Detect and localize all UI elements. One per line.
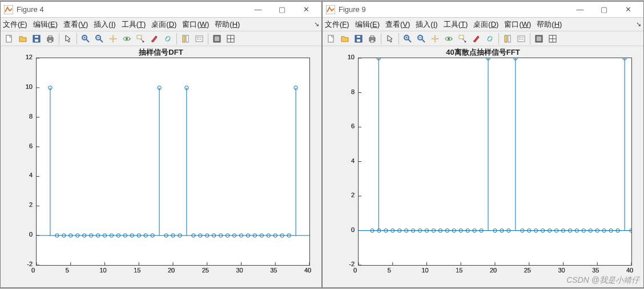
y-tick-label: 12 (26, 54, 33, 60)
svg-point-142 (448, 38, 450, 40)
menu-item[interactable]: 插入(I) (416, 19, 437, 30)
svg-rect-23 (196, 36, 203, 42)
svg-point-15 (112, 38, 114, 40)
menubar-overflow-icon[interactable]: ↘ (314, 21, 319, 28)
menu-item[interactable]: 插入(I) (94, 19, 115, 30)
x-tick-label: 35 (592, 267, 599, 274)
plot-title: 抽样信号DFT (1, 47, 321, 58)
menu-item[interactable]: 帮助(H) (537, 19, 562, 30)
colorbar-icon[interactable] (179, 32, 192, 45)
layout-icon[interactable] (546, 32, 559, 45)
axes[interactable] (36, 58, 310, 266)
menu-item[interactable]: 编辑(E) (355, 19, 380, 30)
menu-item[interactable]: 编辑(E) (33, 19, 58, 30)
menu-item[interactable]: 查看(V) (63, 19, 88, 30)
open-file-icon[interactable] (339, 32, 351, 45)
menubar: 文件(F)编辑(E)查看(V)插入(I)工具(T)桌面(D)窗口(W)帮助(H)… (323, 18, 643, 31)
zoom-out-icon[interactable] (415, 32, 428, 45)
rotate3d-icon[interactable] (120, 32, 133, 45)
dock-icon[interactable] (211, 32, 223, 45)
link-plot-icon[interactable] (484, 32, 496, 45)
svg-rect-21 (183, 35, 185, 42)
pointer-icon[interactable] (384, 32, 396, 45)
svg-rect-6 (49, 36, 52, 38)
toolbar-separator (498, 33, 499, 44)
titlebar[interactable]: Figure 4 — ▢ ✕ (1, 2, 321, 18)
toolbar (323, 31, 643, 46)
dock-icon[interactable] (533, 32, 545, 45)
watermark: CSDN @我是小靖仔 (566, 275, 639, 286)
svg-rect-132 (371, 40, 374, 42)
svg-point-140 (434, 38, 436, 40)
matlab-figure-icon (326, 5, 335, 14)
close-button[interactable]: ✕ (294, 2, 318, 18)
x-tick-label: 0 (353, 267, 357, 274)
y-tick-label: 4 (351, 157, 355, 164)
pan-icon[interactable] (429, 32, 441, 45)
save-icon[interactable] (30, 32, 43, 45)
legend-icon[interactable] (515, 32, 528, 45)
figure-window-4: Figure 4 — ▢ ✕ 文件(F)编辑(E)查看(V)插入(I)工具(T)… (0, 1, 322, 288)
menu-item[interactable]: 桌面(D) (473, 19, 498, 30)
minimize-button[interactable]: — (568, 2, 592, 18)
titlebar[interactable]: Figure 9 — ▢ ✕ (323, 2, 643, 18)
menu-item[interactable]: 帮助(H) (215, 19, 240, 30)
maximize-button[interactable]: ▢ (270, 2, 294, 18)
svg-rect-143 (459, 35, 464, 39)
menu-item[interactable]: 文件(F) (3, 19, 27, 30)
svg-rect-1 (6, 35, 11, 42)
menu-item[interactable]: 工具(T) (122, 19, 146, 30)
x-tick-label: 25 (202, 267, 209, 274)
toolbar-separator (77, 33, 77, 44)
svg-rect-4 (35, 36, 38, 38)
svg-rect-7 (49, 40, 52, 42)
axes[interactable] (358, 58, 632, 266)
plot-area: 40离散点抽样信号FFT 0510152025303540-2024681005… (323, 46, 643, 287)
rotate3d-icon[interactable] (442, 32, 455, 45)
menu-item[interactable]: 桌面(D) (151, 19, 176, 30)
layout-icon[interactable] (224, 32, 237, 45)
menu-item[interactable]: 工具(T) (444, 19, 468, 30)
menu-item[interactable]: 窗口(W) (504, 19, 531, 30)
zoom-out-icon[interactable] (93, 32, 106, 45)
svg-rect-154 (537, 36, 541, 41)
print-icon[interactable] (44, 32, 57, 45)
svg-rect-29 (215, 36, 219, 41)
svg-rect-126 (328, 35, 333, 42)
plot-area: 抽样信号DFT 0510152025303540-202468101205101… (1, 46, 321, 287)
close-button[interactable]: ✕ (616, 2, 640, 18)
zoom-in-icon[interactable] (401, 32, 414, 45)
link-plot-icon[interactable] (162, 32, 174, 45)
legend-icon[interactable] (193, 32, 206, 45)
colorbar-icon[interactable] (501, 32, 514, 45)
y-tick-label: 8 (29, 113, 33, 120)
y-tick-label: 10 (26, 83, 33, 90)
new-file-icon[interactable] (325, 32, 337, 45)
brush-icon[interactable] (148, 32, 160, 45)
y-tick-label: 0 (29, 231, 33, 238)
menubar-overflow-icon[interactable]: ↘ (636, 21, 641, 28)
save-icon[interactable] (352, 32, 365, 45)
zoom-in-icon[interactable] (79, 32, 92, 45)
menu-item[interactable]: 窗口(W) (182, 19, 209, 30)
y-tick-label: -2 (27, 260, 33, 267)
pointer-icon[interactable] (62, 32, 74, 45)
maximize-button[interactable]: ▢ (592, 2, 616, 18)
pan-icon[interactable] (107, 32, 119, 45)
y-tick-label: 2 (29, 201, 33, 208)
data-cursor-icon[interactable] (456, 32, 469, 45)
x-tick-label: 15 (456, 267, 462, 274)
new-file-icon[interactable] (3, 32, 15, 45)
minimize-button[interactable]: — (246, 2, 270, 18)
open-file-icon[interactable] (17, 32, 29, 45)
menu-item[interactable]: 文件(F) (325, 19, 349, 30)
y-tick-label: 0 (351, 226, 355, 233)
x-tick-label: 20 (168, 267, 175, 274)
svg-rect-3 (35, 39, 38, 42)
menu-item[interactable]: 查看(V) (385, 19, 410, 30)
toolbar (1, 31, 321, 46)
brush-icon[interactable] (470, 32, 482, 45)
data-cursor-icon[interactable] (134, 32, 147, 45)
print-icon[interactable] (366, 32, 379, 45)
toolbar-separator (208, 33, 208, 44)
